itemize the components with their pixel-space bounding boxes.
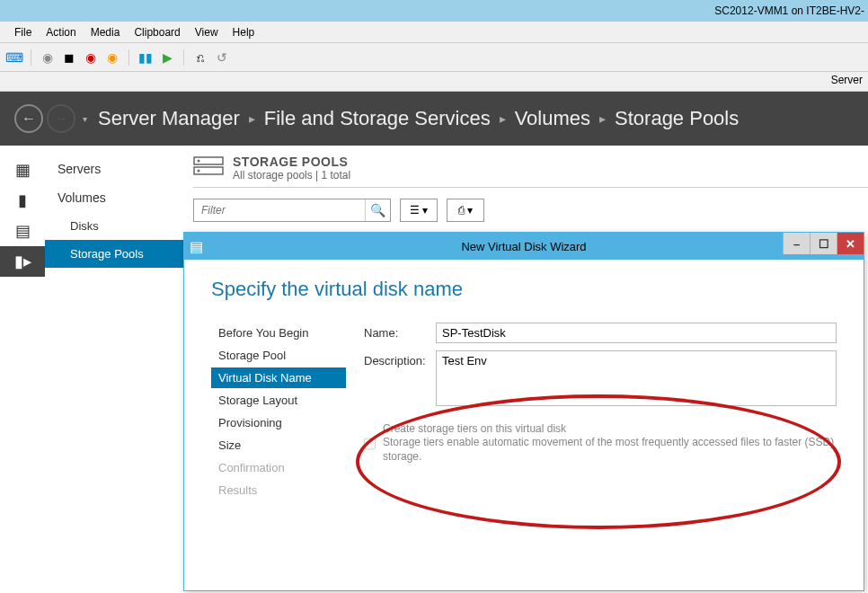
- save-query-button[interactable]: ⎙▾: [447, 199, 484, 222]
- wizard-nav: Before You Begin Storage Pool Virtual Di…: [211, 323, 346, 581]
- chevron-down-icon: ▾: [422, 204, 428, 217]
- name-row: Name:: [364, 323, 837, 343]
- pool-title: STORAGE POOLS: [233, 155, 350, 169]
- wizard-titlebar[interactable]: ▤ New Virtual Disk Wizard – ☐ ✕: [184, 233, 864, 260]
- wiznav-provisioning[interactable]: Provisioning: [211, 412, 346, 433]
- wizard-title: New Virtual Disk Wizard: [184, 240, 864, 253]
- ctrl-alt-del-icon[interactable]: ⌨: [5, 49, 23, 66]
- new-virtual-disk-wizard: ▤ New Virtual Disk Wizard – ☐ ✕ Specify …: [183, 232, 864, 591]
- server-manager-header: ← → ▾ Server Manager ▸ File and Storage …: [0, 92, 868, 146]
- filter-row: 🔍 ☰▾ ⎙▾: [193, 199, 868, 222]
- description-label: Description:: [364, 350, 436, 406]
- disk-icon: ⎙: [458, 204, 465, 217]
- name-label: Name:: [364, 323, 436, 343]
- wiznav-before-you-begin[interactable]: Before You Begin: [211, 323, 346, 343]
- disk-description-input[interactable]: Test Env: [436, 350, 837, 406]
- server-bar: Server: [0, 72, 868, 92]
- wiznav-results: Results: [211, 480, 346, 500]
- storage-pool-icon: [193, 155, 224, 180]
- svg-point-2: [198, 160, 200, 163]
- nav-servers[interactable]: Servers: [45, 155, 184, 183]
- wizard-icon: ▤: [184, 233, 208, 260]
- nav-history-dropdown[interactable]: ▾: [83, 114, 87, 124]
- nav-panel: Servers Volumes Disks Storage Pools: [45, 146, 184, 593]
- server-label: Server: [831, 74, 863, 86]
- storage-tiers-description: Storage tiers enable automatic movement …: [383, 435, 837, 464]
- breadcrumb-volumes[interactable]: Volumes: [515, 107, 590, 130]
- pool-header: STORAGE POOLS All storage pools | 1 tota…: [193, 155, 868, 188]
- menubar: File Action Media Clipboard View Help: [0, 22, 868, 43]
- description-row: Description: Test Env: [364, 350, 837, 406]
- nav-forward-button: →: [47, 104, 75, 133]
- local-server-icon[interactable]: ▮: [0, 185, 45, 216]
- breadcrumb-pools[interactable]: Storage Pools: [615, 107, 739, 130]
- search-icon[interactable]: 🔍: [365, 199, 390, 221]
- chevron-right-icon: ▸: [500, 111, 506, 126]
- wiznav-size[interactable]: Size: [211, 435, 346, 456]
- storage-tier-block: Create storage tiers on this virtual dis…: [364, 422, 837, 464]
- breadcrumb-services[interactable]: File and Storage Services: [264, 107, 491, 130]
- wiznav-confirmation: Confirmation: [211, 457, 346, 478]
- vm-toolbar: ⌨ ◉ ◼ ◉ ◉ ▮▮ ▶ ⎌ ↺: [0, 43, 868, 72]
- chevron-right-icon: ▸: [249, 111, 255, 126]
- nav-icon-rail: ▦ ▮ ▤ ▮▸: [0, 146, 45, 593]
- toolbar-separator: [31, 49, 31, 66]
- storage-tiers-label: Create storage tiers on this virtual dis…: [383, 422, 837, 435]
- wizard-main: Before You Begin Storage Pool Virtual Di…: [211, 323, 837, 581]
- dashboard-icon[interactable]: ▦: [0, 155, 45, 185]
- vm-title-text: SC2012-VMM1 on IT2BE-HV2-: [714, 4, 864, 17]
- vm-titlebar: SC2012-VMM1 on IT2BE-HV2-: [0, 0, 868, 22]
- shutdown-icon[interactable]: ◉: [82, 49, 100, 66]
- filter-box: 🔍: [193, 199, 391, 222]
- file-storage-icon[interactable]: ▮▸: [0, 246, 45, 277]
- all-servers-icon[interactable]: ▤: [0, 216, 45, 246]
- wizard-window-controls: – ☐ ✕: [783, 233, 864, 254]
- pause-icon[interactable]: ▮▮: [137, 49, 155, 66]
- save-icon[interactable]: ◉: [103, 49, 121, 66]
- breadcrumb: Server Manager ▸ File and Storage Servic…: [98, 107, 739, 130]
- pool-subtitle: All storage pools | 1 total: [233, 169, 350, 181]
- chevron-down-icon: ▾: [467, 204, 473, 217]
- menu-action[interactable]: Action: [39, 24, 83, 40]
- maximize-button[interactable]: ☐: [810, 233, 837, 254]
- nav-volumes[interactable]: Volumes: [45, 183, 184, 212]
- wizard-form: Name: Description: Test Env Create stora…: [364, 323, 837, 581]
- checkpoint-icon[interactable]: ⎌: [191, 49, 209, 66]
- nav-storage-pools[interactable]: Storage Pools: [45, 240, 184, 268]
- wizard-body: Specify the virtual disk name Before You…: [184, 260, 864, 590]
- menu-media[interactable]: Media: [84, 24, 128, 40]
- filter-options-button[interactable]: ☰▾: [400, 199, 438, 222]
- menu-file[interactable]: File: [7, 24, 39, 40]
- svg-point-3: [198, 170, 200, 173]
- menu-clipboard[interactable]: Clipboard: [127, 24, 187, 40]
- toolbar-separator: [183, 49, 184, 66]
- wiznav-storage-layout[interactable]: Storage Layout: [211, 390, 346, 411]
- minimize-button[interactable]: –: [783, 233, 810, 254]
- chevron-right-icon: ▸: [599, 111, 606, 126]
- revert-icon[interactable]: ↺: [213, 49, 231, 66]
- close-button[interactable]: ✕: [837, 233, 864, 254]
- menu-help[interactable]: Help: [226, 24, 262, 40]
- disk-name-input[interactable]: [436, 323, 837, 343]
- wiznav-storage-pool[interactable]: Storage Pool: [211, 345, 346, 366]
- wizard-heading: Specify the virtual disk name: [211, 278, 837, 301]
- nav-back-button[interactable]: ←: [14, 104, 43, 133]
- stop-icon[interactable]: ◼: [60, 49, 78, 66]
- list-icon: ☰: [410, 204, 420, 217]
- reset-icon[interactable]: ▶: [158, 49, 176, 66]
- wiznav-virtual-disk-name[interactable]: Virtual Disk Name: [211, 367, 346, 388]
- breadcrumb-app[interactable]: Server Manager: [98, 107, 240, 130]
- start-icon[interactable]: ◉: [39, 49, 57, 66]
- filter-input[interactable]: [194, 199, 365, 221]
- storage-tiers-checkbox[interactable]: [364, 424, 376, 464]
- nav-disks[interactable]: Disks: [45, 212, 184, 240]
- toolbar-separator: [128, 49, 129, 66]
- menu-view[interactable]: View: [188, 24, 226, 40]
